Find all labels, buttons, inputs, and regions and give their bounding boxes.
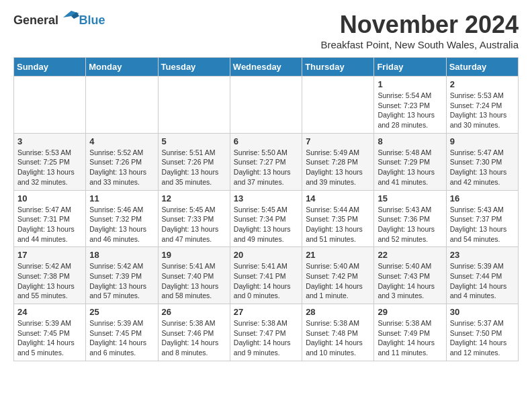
day-info: Sunrise: 5:53 AM Sunset: 7:24 PM Dayligh… [450,91,515,130]
calendar-cell: 7Sunrise: 5:49 AM Sunset: 7:28 PM Daylig… [302,133,374,190]
calendar-cell: 5Sunrise: 5:51 AM Sunset: 7:26 PM Daylig… [158,133,230,190]
day-info: Sunrise: 5:38 AM Sunset: 7:48 PM Dayligh… [306,318,370,358]
day-info: Sunrise: 5:47 AM Sunset: 7:31 PM Dayligh… [17,205,82,244]
calendar-cell: 13Sunrise: 5:45 AM Sunset: 7:34 PM Dayli… [230,190,302,247]
day-header-tuesday: Tuesday [158,58,230,77]
day-number: 8 [378,136,442,146]
day-number: 2 [450,79,515,89]
calendar-cell: 11Sunrise: 5:46 AM Sunset: 7:32 PM Dayli… [86,190,158,247]
calendar-cell: 16Sunrise: 5:43 AM Sunset: 7:37 PM Dayli… [446,190,518,247]
day-number: 30 [450,307,515,317]
day-info: Sunrise: 5:40 AM Sunset: 7:42 PM Dayligh… [306,261,370,301]
calendar-week-row: 17Sunrise: 5:42 AM Sunset: 7:38 PM Dayli… [14,247,519,304]
day-info: Sunrise: 5:39 AM Sunset: 7:45 PM Dayligh… [17,318,82,358]
day-number: 22 [378,250,442,260]
calendar-cell: 17Sunrise: 5:42 AM Sunset: 7:38 PM Dayli… [14,247,86,304]
calendar-week-row: 10Sunrise: 5:47 AM Sunset: 7:31 PM Dayli… [14,190,519,247]
day-info: Sunrise: 5:45 AM Sunset: 7:33 PM Dayligh… [162,205,226,244]
day-info: Sunrise: 5:37 AM Sunset: 7:50 PM Dayligh… [450,318,515,358]
calendar-cell: 2Sunrise: 5:53 AM Sunset: 7:24 PM Daylig… [446,77,518,134]
calendar-week-row: 3Sunrise: 5:53 AM Sunset: 7:25 PM Daylig… [14,133,519,190]
day-number: 21 [306,250,370,260]
day-info: Sunrise: 5:52 AM Sunset: 7:26 PM Dayligh… [89,148,154,187]
title-area: November 2024 Breakfast Point, New South… [320,11,519,50]
day-info: Sunrise: 5:41 AM Sunset: 7:40 PM Dayligh… [162,261,226,301]
day-info: Sunrise: 5:46 AM Sunset: 7:32 PM Dayligh… [89,205,154,244]
day-header-sunday: Sunday [14,58,86,77]
day-info: Sunrise: 5:51 AM Sunset: 7:26 PM Dayligh… [162,148,226,187]
calendar-cell [158,77,230,134]
day-number: 17 [17,250,82,260]
day-header-saturday: Saturday [446,58,518,77]
calendar-cell [86,77,158,134]
day-number: 4 [89,136,154,146]
day-number: 19 [162,250,226,260]
day-number: 26 [162,307,226,317]
calendar-cell: 20Sunrise: 5:41 AM Sunset: 7:41 PM Dayli… [230,247,302,304]
calendar-cell: 27Sunrise: 5:38 AM Sunset: 7:47 PM Dayli… [230,304,302,361]
calendar-cell: 6Sunrise: 5:50 AM Sunset: 7:27 PM Daylig… [230,133,302,190]
calendar-cell: 4Sunrise: 5:52 AM Sunset: 7:26 PM Daylig… [86,133,158,190]
day-number: 7 [306,136,370,146]
calendar-cell: 14Sunrise: 5:44 AM Sunset: 7:35 PM Dayli… [302,190,374,247]
day-info: Sunrise: 5:45 AM Sunset: 7:34 PM Dayligh… [234,205,298,244]
calendar-cell: 10Sunrise: 5:47 AM Sunset: 7:31 PM Dayli… [14,190,86,247]
day-number: 24 [17,307,82,317]
day-header-friday: Friday [374,58,446,77]
day-info: Sunrise: 5:39 AM Sunset: 7:44 PM Dayligh… [450,261,515,301]
logo: General Blue [13,13,105,28]
day-number: 23 [450,250,515,260]
day-header-thursday: Thursday [302,58,374,77]
day-info: Sunrise: 5:47 AM Sunset: 7:30 PM Dayligh… [450,148,515,187]
month-title: November 2024 [320,11,519,39]
calendar-cell: 15Sunrise: 5:43 AM Sunset: 7:36 PM Dayli… [374,190,446,247]
calendar-cell: 24Sunrise: 5:39 AM Sunset: 7:45 PM Dayli… [14,304,86,361]
day-number: 25 [89,307,154,317]
day-info: Sunrise: 5:54 AM Sunset: 7:23 PM Dayligh… [378,91,442,130]
day-info: Sunrise: 5:40 AM Sunset: 7:43 PM Dayligh… [378,261,442,301]
calendar-cell: 21Sunrise: 5:40 AM Sunset: 7:42 PM Dayli… [302,247,374,304]
calendar-cell: 8Sunrise: 5:48 AM Sunset: 7:29 PM Daylig… [374,133,446,190]
calendar-cell: 22Sunrise: 5:40 AM Sunset: 7:43 PM Dayli… [374,247,446,304]
calendar-header-row: SundayMondayTuesdayWednesdayThursdayFrid… [14,58,519,77]
header: General Blue November 2024 Breakfast Poi… [13,11,519,50]
day-info: Sunrise: 5:49 AM Sunset: 7:28 PM Dayligh… [306,148,370,187]
day-info: Sunrise: 5:43 AM Sunset: 7:36 PM Dayligh… [378,205,442,244]
day-number: 27 [234,307,298,317]
day-number: 16 [450,193,515,203]
day-info: Sunrise: 5:48 AM Sunset: 7:29 PM Dayligh… [378,148,442,187]
day-info: Sunrise: 5:43 AM Sunset: 7:37 PM Dayligh… [450,205,515,244]
day-info: Sunrise: 5:41 AM Sunset: 7:41 PM Dayligh… [234,261,298,301]
day-number: 10 [17,193,82,203]
calendar-cell: 23Sunrise: 5:39 AM Sunset: 7:44 PM Dayli… [446,247,518,304]
day-info: Sunrise: 5:50 AM Sunset: 7:27 PM Dayligh… [234,148,298,187]
calendar-week-row: 24Sunrise: 5:39 AM Sunset: 7:45 PM Dayli… [14,304,519,361]
calendar-table: SundayMondayTuesdayWednesdayThursdayFrid… [13,57,519,361]
day-info: Sunrise: 5:39 AM Sunset: 7:45 PM Dayligh… [89,318,154,358]
calendar-cell [14,77,86,134]
day-info: Sunrise: 5:42 AM Sunset: 7:38 PM Dayligh… [17,261,82,301]
logo-general: General [13,13,58,27]
calendar-cell: 28Sunrise: 5:38 AM Sunset: 7:48 PM Dayli… [302,304,374,361]
day-info: Sunrise: 5:38 AM Sunset: 7:46 PM Dayligh… [162,318,226,358]
calendar-cell: 18Sunrise: 5:42 AM Sunset: 7:39 PM Dayli… [86,247,158,304]
calendar-cell: 30Sunrise: 5:37 AM Sunset: 7:50 PM Dayli… [446,304,518,361]
calendar-cell: 3Sunrise: 5:53 AM Sunset: 7:25 PM Daylig… [14,133,86,190]
day-number: 11 [89,193,154,203]
logo-bird-icon [63,11,79,24]
day-number: 29 [378,307,442,317]
calendar-week-row: 1Sunrise: 5:54 AM Sunset: 7:23 PM Daylig… [14,77,519,134]
day-number: 20 [234,250,298,260]
calendar-cell: 19Sunrise: 5:41 AM Sunset: 7:40 PM Dayli… [158,247,230,304]
day-info: Sunrise: 5:38 AM Sunset: 7:47 PM Dayligh… [234,318,298,358]
day-number: 3 [17,136,82,146]
subtitle: Breakfast Point, New South Wales, Austra… [320,39,519,50]
calendar-body: 1Sunrise: 5:54 AM Sunset: 7:23 PM Daylig… [14,77,519,361]
logo-blue: Blue [79,13,105,27]
calendar-cell: 25Sunrise: 5:39 AM Sunset: 7:45 PM Dayli… [86,304,158,361]
calendar-cell: 1Sunrise: 5:54 AM Sunset: 7:23 PM Daylig… [374,77,446,134]
day-number: 5 [162,136,226,146]
day-header-wednesday: Wednesday [230,58,302,77]
day-number: 15 [378,193,442,203]
calendar-cell: 26Sunrise: 5:38 AM Sunset: 7:46 PM Dayli… [158,304,230,361]
